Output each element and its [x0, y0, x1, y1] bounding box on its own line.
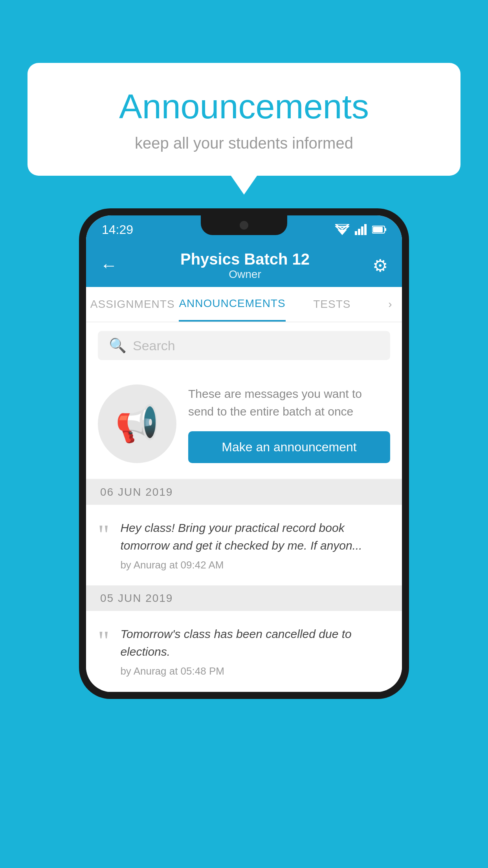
app-bar-center: Physics Batch 12 Owner	[180, 250, 310, 281]
announcement-item-2[interactable]: " Tomorrow's class has been cancelled du…	[86, 611, 402, 692]
speech-bubble-container: Announcements keep all your students inf…	[28, 63, 460, 176]
battery-icon	[372, 225, 386, 234]
svg-rect-3	[355, 231, 357, 235]
back-button[interactable]: ←	[100, 256, 117, 275]
svg-rect-9	[373, 227, 383, 232]
phone-camera	[240, 221, 248, 230]
phone-notch	[201, 215, 287, 235]
app-bar: ← Physics Batch 12 Owner ⚙	[86, 244, 402, 287]
tab-tests[interactable]: TESTS	[286, 287, 378, 322]
status-icons	[335, 224, 386, 235]
megaphone-icon: 📢	[115, 403, 159, 445]
app-bar-title: Physics Batch 12	[180, 250, 310, 268]
speech-bubble-title: Announcements	[59, 86, 429, 127]
search-placeholder: Search	[133, 338, 175, 353]
tab-more[interactable]: ›	[378, 298, 402, 311]
phone-screen: 14:29	[86, 215, 402, 692]
phone-wrapper: 14:29	[79, 208, 409, 699]
tab-announcements[interactable]: ANNOUNCEMENTS	[179, 287, 285, 322]
settings-icon[interactable]: ⚙	[372, 256, 388, 276]
quote-icon-2: "	[98, 627, 109, 655]
status-time: 14:29	[102, 223, 133, 237]
speech-bubble-subtitle: keep all your students informed	[59, 134, 429, 152]
announcement-meta-1: by Anurag at 09:42 AM	[120, 559, 390, 571]
promo-section: 📢 These are messages you want to send to…	[86, 369, 402, 480]
announcement-item-1[interactable]: " Hey class! Bring your practical record…	[86, 505, 402, 586]
promo-description: These are messages you want to send to t…	[188, 385, 390, 420]
make-announcement-button[interactable]: Make an announcement	[188, 431, 390, 463]
phone-outer: 14:29	[79, 208, 409, 699]
svg-rect-8	[385, 228, 386, 231]
svg-rect-6	[364, 224, 367, 235]
search-bar-wrapper: 🔍 Search	[86, 322, 402, 369]
announcement-content-1: Hey class! Bring your practical record b…	[120, 519, 390, 571]
announcement-text-2: Tomorrow's class has been cancelled due …	[120, 625, 390, 660]
announcement-text-1: Hey class! Bring your practical record b…	[120, 519, 390, 554]
announcement-content-2: Tomorrow's class has been cancelled due …	[120, 625, 390, 677]
search-icon: 🔍	[109, 337, 127, 354]
promo-text-area: These are messages you want to send to t…	[188, 385, 390, 463]
tabs-bar: ASSIGNMENTS ANNOUNCEMENTS TESTS ›	[86, 287, 402, 322]
tab-assignments[interactable]: ASSIGNMENTS	[86, 287, 179, 322]
promo-icon-circle: 📢	[98, 384, 176, 463]
search-bar[interactable]: 🔍 Search	[98, 331, 390, 360]
app-bar-subtitle: Owner	[180, 268, 310, 281]
svg-rect-4	[358, 229, 360, 235]
signal-icon	[355, 224, 367, 235]
date-separator-2: 05 JUN 2019	[86, 586, 402, 611]
svg-rect-5	[361, 226, 363, 235]
quote-icon-1: "	[98, 520, 109, 549]
date-separator-1: 06 JUN 2019	[86, 480, 402, 505]
speech-bubble: Announcements keep all your students inf…	[28, 63, 460, 176]
wifi-icon	[335, 224, 349, 235]
announcement-meta-2: by Anurag at 05:48 PM	[120, 665, 390, 677]
